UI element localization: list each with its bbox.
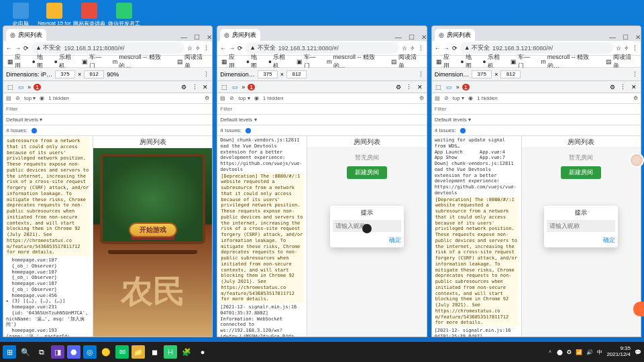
dimensions-dropdown[interactable]: Dimensions: iP… [6,71,52,78]
dimensions-dropdown[interactable]: Dimension… [220,71,255,78]
error-badge[interactable]: 1 [462,84,470,90]
devtools-menu-icon[interactable]: ⋮ [405,83,413,91]
window-close[interactable]: ✕ [421,34,427,41]
create-room-button[interactable]: 新建房间 [347,166,387,179]
settings-icon[interactable]: ⚙ [608,83,616,91]
width-input[interactable] [258,70,278,78]
issues-link[interactable]: 4 Issues: [435,127,456,133]
notifications-icon[interactable]: 💬 [635,349,641,355]
extensions-icon[interactable]: ✧ [624,45,629,52]
device-toggle-icon[interactable]: ▭ [445,83,453,91]
device-menu-icon[interactable]: ⋮ [203,71,209,78]
nav-forward[interactable]: → [443,45,449,52]
sidebar-toggle-icon[interactable]: ▤ [220,95,225,101]
floating-avatar[interactable] [629,153,644,168]
search-icon[interactable]: 🔍 [19,345,32,359]
console-settings-icon[interactable]: ⚙ [633,95,638,101]
start-game-button[interactable]: 开始游戏 [129,223,177,237]
taskbar-app-edge[interactable]: ◎ [83,345,97,359]
clear-console-icon[interactable]: ⊘ [444,95,449,101]
browser-tab[interactable]: ◎ 房间列表 [435,29,475,41]
window-minimize[interactable]: — [395,34,402,41]
eye-icon[interactable]: ◉ [254,95,259,101]
nav-reload[interactable]: ⟳ [237,45,243,52]
taskbar-app[interactable]: 🧩 [180,345,193,359]
tray-network-icon[interactable]: 📶 [576,349,582,355]
window-maximize[interactable]: ☐ [409,34,415,41]
nav-reload[interactable]: ⟳ [23,45,29,52]
error-badge[interactable]: 1 [248,84,255,90]
window-close[interactable]: ✕ [635,34,641,41]
menu-icon[interactable]: ⋮ [203,45,209,52]
tray-ime-icon[interactable]: 中 [597,349,602,356]
settings-icon[interactable]: ⚙ [394,83,402,91]
taskbar-app-chrome[interactable]: 🟡 [99,345,113,359]
modal-ok-button[interactable]: 确定 [333,236,401,245]
inspect-icon[interactable]: ⬚ [435,83,443,91]
device-menu-icon[interactable]: ⋮ [632,71,638,78]
menu-icon[interactable]: ⋮ [632,45,638,52]
filter-input[interactable] [6,106,40,112]
system-tray[interactable]: ＾ ⬤ ✪ 📶 🔊 中 9:35 2021/12/4 💬 [547,346,641,358]
error-badge[interactable]: 1 [34,84,41,90]
console-settings-icon[interactable]: ⚙ [205,95,209,101]
nav-back[interactable]: ← [220,45,226,52]
start-button[interactable]: ⊞ [3,345,16,359]
nickname-input[interactable] [547,220,615,232]
taskbar-app-vscode[interactable]: ◨ [51,345,64,359]
taskbar-clock[interactable]: 9:35 2021/12/4 [606,346,631,358]
taskbar-app-wechat[interactable]: ✉ [115,345,129,359]
console-output[interactable]: Down] chunk-vendors.js:12811 oad the Vue… [217,136,307,337]
device-menu-icon[interactable]: ⋮ [418,71,424,78]
issues-link[interactable]: 4 Issues: [6,127,28,133]
url-input[interactable]: ▲ 不安全 192.168.3.121:8080/#/ [460,42,613,54]
browser-tab[interactable]: ◎ 房间列表 [220,29,260,41]
taskbar-app[interactable]: ◼ [148,345,161,359]
window-minimize[interactable]: — [180,34,187,41]
levels-dropdown[interactable]: Default levels ▾ [435,117,471,123]
width-input[interactable] [55,70,75,78]
sidebar-toggle-icon[interactable]: ▤ [435,95,440,101]
window-minimize[interactable]: — [609,34,616,41]
nav-forward[interactable]: → [15,45,21,52]
devtools-menu-icon[interactable]: ⋮ [191,83,199,91]
nav-reload[interactable]: ⟳ [452,45,458,52]
eye-icon[interactable]: ◉ [468,95,473,101]
clear-console-icon[interactable]: ⊘ [15,95,20,101]
taskbar-app[interactable]: H [164,345,177,359]
extensions-icon[interactable]: ✧ [410,45,415,52]
sidebar-toggle-icon[interactable]: ▤ [6,95,11,101]
star-icon[interactable]: ☆ [402,45,407,52]
height-input[interactable] [286,70,307,78]
device-toggle-icon[interactable]: ▭ [231,83,239,91]
inspect-icon[interactable]: ⬚ [220,83,228,91]
context-dropdown[interactable]: top ▾ [453,95,464,101]
extensions-icon[interactable]: ✧ [195,45,201,52]
browser-tab[interactable]: ◎ 房间列表 [6,29,46,41]
eye-icon[interactable]: ◉ [40,95,44,101]
dimensions-dropdown[interactable]: Dimension… [435,71,470,78]
devtools-close-icon[interactable]: ✕ [630,83,638,91]
taskbar-app[interactable]: ● [196,345,209,359]
url-input[interactable]: ▲ 不安全 192.168.3.121:8080/#/ [32,42,184,54]
desktop-icon-youdao[interactable]: 网易有道词典 [72,3,106,27]
window-close[interactable]: ✕ [207,34,212,41]
console-settings-icon[interactable]: ⚙ [419,95,424,101]
filter-input[interactable] [220,106,254,112]
inspect-icon[interactable]: ⬚ [6,83,14,91]
devtools-close-icon[interactable]: ✕ [416,83,424,91]
devtools-close-icon[interactable]: ✕ [201,83,209,91]
clear-console-icon[interactable]: ⊘ [229,95,234,101]
window-maximize[interactable]: ☐ [194,34,200,41]
width-input[interactable] [472,70,492,78]
elements-tab-overflow[interactable]: » [456,84,460,90]
filter-input[interactable] [435,106,468,112]
star-icon[interactable]: ☆ [616,45,621,52]
floating-widget[interactable] [633,302,644,316]
elements-tab-overflow[interactable]: » [28,84,31,90]
desktop-icon-this-pc[interactable]: 此电脑 [4,3,38,27]
devtools-menu-icon[interactable]: ⋮ [619,83,627,91]
elements-tab-overflow[interactable]: » [241,84,245,90]
menu-icon[interactable]: ⋮ [418,45,424,52]
tray-volume-icon[interactable]: 🔊 [586,349,593,355]
